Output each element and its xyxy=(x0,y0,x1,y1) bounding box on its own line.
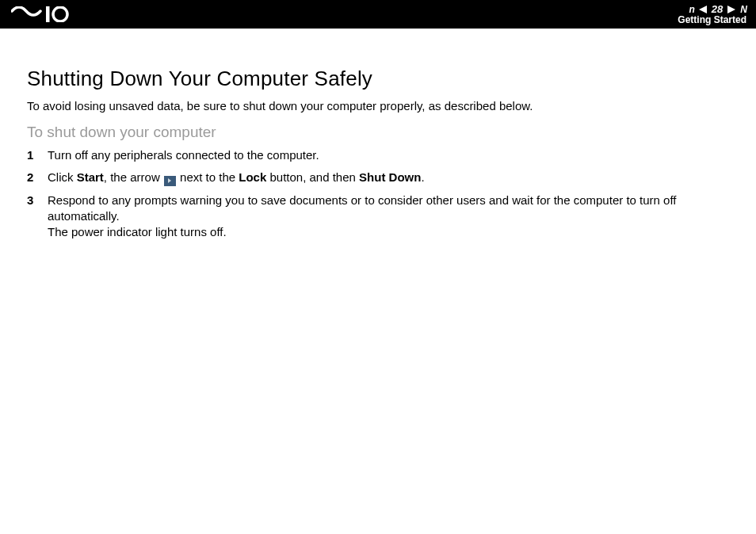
step-1: Turn off any peripherals connected to th… xyxy=(27,147,740,163)
step-2-text-a: Click xyxy=(48,170,77,184)
header-bar: n 28 N Getting Started xyxy=(0,0,756,29)
step-2: Click Start, the arrow next to the Lock … xyxy=(27,170,740,186)
step-2-start: Start xyxy=(77,170,104,184)
page-navigator: n 28 N xyxy=(689,4,746,14)
next-page-arrow-icon[interactable] xyxy=(727,6,735,13)
step-2-text-h: . xyxy=(421,170,424,184)
page-title: Shutting Down Your Computer Safely xyxy=(27,67,740,91)
section-label: Getting Started xyxy=(678,15,746,25)
page-content: Shutting Down Your Computer Safely To av… xyxy=(0,29,756,241)
prev-page-letter: n xyxy=(689,5,694,14)
step-3-text-b: The power indicator light turns off. xyxy=(48,225,227,238)
subheading: To shut down your computer xyxy=(27,124,740,141)
svg-rect-0 xyxy=(46,6,50,22)
step-2-text-c: , the arrow xyxy=(104,170,163,184)
step-2-text-f: button, and then xyxy=(266,170,359,184)
intro-text: To avoid losing unsaved data, be sure to… xyxy=(27,99,740,113)
step-3: Respond to any prompts warning you to sa… xyxy=(27,193,740,241)
prev-page-arrow-icon[interactable] xyxy=(699,6,707,13)
vaio-logo xyxy=(11,0,79,29)
header-right: n 28 N Getting Started xyxy=(678,4,746,25)
page-number: 28 xyxy=(712,4,723,14)
step-2-shutdown: Shut Down xyxy=(359,170,421,184)
svg-point-1 xyxy=(53,7,67,21)
arrow-icon xyxy=(164,176,176,186)
step-list: Turn off any peripherals connected to th… xyxy=(27,147,740,241)
step-3-text-a: Respond to any prompts warning you to sa… xyxy=(48,193,676,223)
step-1-text: Turn off any peripherals connected to th… xyxy=(48,148,319,162)
next-page-letter: N xyxy=(740,5,746,14)
step-2-lock: Lock xyxy=(239,170,266,184)
vaio-logo-svg xyxy=(11,6,79,22)
step-2-text-d: next to the xyxy=(177,170,239,184)
